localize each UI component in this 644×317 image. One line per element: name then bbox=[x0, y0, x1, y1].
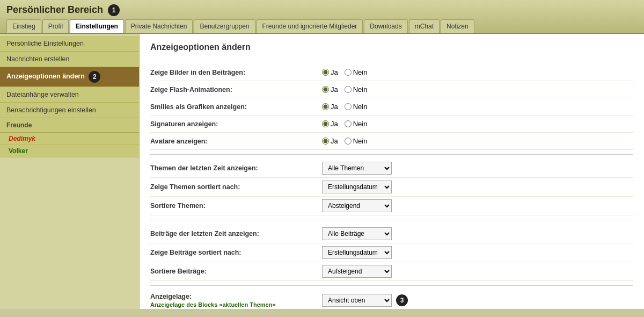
select-beitraege-sort[interactable]: Aufsteigend Absteigend bbox=[322, 265, 392, 278]
anzeigelage-sublabel: Anzeigelage des Blocks «aktuellen Themen… bbox=[150, 301, 322, 308]
main-content: Persönliche Einstellungen Nachrichten er… bbox=[0, 34, 644, 309]
badge-3: 3 bbox=[396, 294, 408, 306]
tab-private-nachrichten[interactable]: Private Nachrichten bbox=[125, 19, 193, 33]
label-beitraege-sort-by: Zeige Beiträge sortiert nach: bbox=[150, 249, 322, 256]
tab-bar: Einstieg Profil Einstellungen Private Na… bbox=[6, 19, 638, 33]
tab-notizen[interactable]: Notizen bbox=[441, 19, 474, 33]
divider-1 bbox=[150, 154, 633, 155]
friends-section-label: Freunde bbox=[0, 118, 139, 133]
tab-profil[interactable]: Profil bbox=[42, 19, 69, 33]
radio-avatare-ja[interactable]: Ja bbox=[322, 137, 338, 145]
label-themen-sort-by: Zeige Themen sortiert nach: bbox=[150, 183, 322, 191]
select-themen-sort[interactable]: Absteigend Aufsteigend bbox=[322, 199, 392, 212]
form-row-themen-zeit: Themen der letzten Zeit anzeigen: Alle T… bbox=[150, 159, 633, 178]
form-row-avatare: Avatare anzeigen: Ja Nein bbox=[150, 133, 633, 150]
radio-bilder: Ja Nein bbox=[322, 68, 367, 76]
radio-signaturen-ja[interactable]: Ja bbox=[322, 120, 338, 128]
tab-einstieg[interactable]: Einstieg bbox=[6, 19, 41, 33]
tab-benutzergruppen[interactable]: Benutzergruppen bbox=[194, 19, 255, 33]
radio-smilies: Ja Nein bbox=[322, 103, 367, 111]
radio-flash-ja[interactable]: Ja bbox=[322, 85, 338, 93]
content-area: Anzeigeoptionen ändern Zeige Bilder in d… bbox=[140, 34, 644, 309]
select-themen-zeit[interactable]: Alle Themen Letzte Woche Letzter Monat bbox=[322, 162, 392, 175]
sidebar: Persönliche Einstellungen Nachrichten er… bbox=[0, 34, 140, 309]
tab-downloads[interactable]: Downloads bbox=[364, 19, 407, 33]
page-title: Persönlicher Bereich 1 bbox=[6, 4, 638, 16]
form-row-themen-sort-by: Zeige Themen sortiert nach: Erstellungsd… bbox=[150, 178, 633, 197]
select-beitraege-sort-by[interactable]: Erstellungsdatum Titel Autor bbox=[322, 246, 392, 259]
select-beitraege-zeit[interactable]: Alle Beiträge Letzte Woche Letzter Monat bbox=[322, 227, 392, 240]
radio-smilies-nein[interactable]: Nein bbox=[345, 103, 368, 111]
select-anzeigelage[interactable]: Ansicht oben Ansicht unten Beide Seiten bbox=[322, 294, 392, 307]
label-themen-zeit: Themen der letzten Zeit anzeigen: bbox=[150, 164, 322, 172]
label-avatare: Avatare anzeigen: bbox=[150, 138, 322, 145]
content-title: Anzeigeoptionen ändern bbox=[150, 42, 633, 55]
label-anzeigelage: Anzeigelage: Anzeigelage des Blocks «akt… bbox=[150, 293, 322, 308]
radio-smilies-ja[interactable]: Ja bbox=[322, 103, 338, 111]
label-beitraege-zeit: Beiträge der letzten Zeit anzeigen: bbox=[150, 230, 322, 237]
friend-dedimyk[interactable]: Dedimyk bbox=[0, 133, 139, 145]
tab-einstellungen[interactable]: Einstellungen bbox=[70, 19, 124, 33]
radio-flash: Ja Nein bbox=[322, 85, 367, 93]
divider-3 bbox=[150, 285, 633, 286]
form-row-themen-sort: Sortiere Themen: Absteigend Aufsteigend bbox=[150, 197, 633, 215]
radio-bilder-ja[interactable]: Ja bbox=[322, 68, 338, 76]
form-row-smilies: Smilies als Grafiken anzeigen: Ja Nein bbox=[150, 98, 633, 116]
sidebar-item-persoenliche[interactable]: Persönliche Einstellungen bbox=[0, 36, 139, 52]
label-signaturen: Signaturen anzeigen: bbox=[150, 120, 322, 128]
tab-mchat[interactable]: mChat bbox=[409, 19, 440, 33]
divider-2 bbox=[150, 220, 633, 220]
label-bilder: Zeige Bilder in den Beiträgen: bbox=[150, 69, 322, 76]
sidebar-item-nachrichten[interactable]: Nachrichten erstellen bbox=[0, 52, 139, 67]
header: Persönlicher Bereich 1 Einstieg Profil E… bbox=[0, 0, 644, 34]
badge-2: 2 bbox=[89, 71, 100, 83]
friend-volker[interactable]: Volker bbox=[0, 145, 139, 157]
radio-bilder-nein[interactable]: Nein bbox=[345, 68, 368, 76]
tab-freunde[interactable]: Freunde und ignorierte Mitglieder bbox=[257, 19, 363, 33]
app-wrapper: Persönlicher Bereich 1 Einstieg Profil E… bbox=[0, 0, 644, 309]
form-row-bilder: Zeige Bilder in den Beiträgen: Ja Nein bbox=[150, 64, 633, 81]
form-row-signaturen: Signaturen anzeigen: Ja Nein bbox=[150, 116, 633, 133]
label-beitraege-sort: Sortiere Beiträge: bbox=[150, 268, 322, 275]
sidebar-item-dateihaenge[interactable]: Dateianhänge verwalten bbox=[0, 87, 139, 103]
form-row-flash: Zeige Flash-Animationen: Ja Nein bbox=[150, 81, 633, 98]
radio-avatare: Ja Nein bbox=[322, 137, 367, 145]
badge-1: 1 bbox=[108, 4, 120, 16]
sidebar-item-benachrichtigungen[interactable]: Benachrichtigungen einstellen bbox=[0, 103, 139, 118]
form-row-beitraege-sort-by: Zeige Beiträge sortiert nach: Erstellung… bbox=[150, 243, 633, 262]
radio-signaturen: Ja Nein bbox=[322, 120, 367, 128]
radio-avatare-nein[interactable]: Nein bbox=[345, 137, 368, 145]
sidebar-item-anzeigeoptionen[interactable]: Anzeigeoptionen ändern 2 bbox=[0, 67, 139, 87]
form-row-beitraege-sort: Sortiere Beiträge: Aufsteigend Absteigen… bbox=[150, 262, 633, 281]
label-flash: Zeige Flash-Animationen: bbox=[150, 86, 322, 93]
form-row-beitraege-zeit: Beiträge der letzten Zeit anzeigen: Alle… bbox=[150, 225, 633, 243]
select-themen-sort-by[interactable]: Erstellungsdatum Titel Autor bbox=[322, 181, 392, 193]
form-row-anzeigelage: Anzeigelage: Anzeigelage des Blocks «akt… bbox=[150, 290, 633, 309]
radio-signaturen-nein[interactable]: Nein bbox=[345, 120, 368, 128]
label-smilies: Smilies als Grafiken anzeigen: bbox=[150, 103, 322, 111]
label-themen-sort: Sortiere Themen: bbox=[150, 202, 322, 210]
radio-flash-nein[interactable]: Nein bbox=[345, 85, 368, 93]
